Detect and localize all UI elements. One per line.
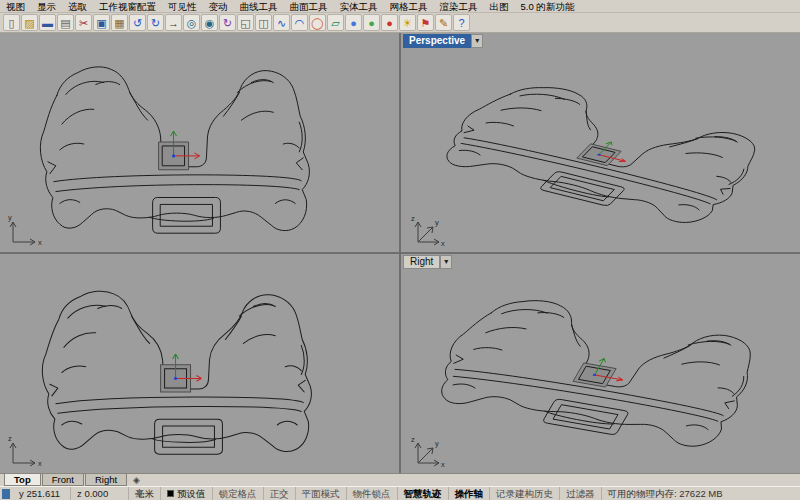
- new-viewport-button[interactable]: ◈: [128, 474, 145, 486]
- axis-indicator-front: x z: [5, 433, 47, 469]
- svg-text:x: x: [441, 460, 445, 469]
- toggle-gumball[interactable]: 操作轴: [449, 487, 491, 500]
- svg-text:z: z: [411, 214, 415, 223]
- status-grip-icon: [2, 489, 10, 499]
- viewport-title-perspective[interactable]: Perspective ▾: [403, 34, 483, 48]
- new-file-button[interactable]: ▯: [3, 14, 20, 31]
- toggle-ortho[interactable]: 正交: [264, 487, 296, 500]
- svg-text:y: y: [435, 439, 439, 448]
- mirror-button[interactable]: ◫: [255, 14, 272, 31]
- svg-text:x: x: [441, 239, 445, 248]
- layer-indicator[interactable]: 预设值: [161, 487, 213, 500]
- copy-button[interactable]: ▣: [93, 14, 110, 31]
- menu-item-render-tools[interactable]: 渲染工具: [434, 0, 484, 13]
- viewport-tab-front[interactable]: Front: [42, 474, 84, 486]
- rectangle-button[interactable]: ▱: [327, 14, 344, 31]
- viewport-tab-top[interactable]: Top: [4, 474, 41, 486]
- svg-text:z: z: [411, 435, 415, 444]
- save-button[interactable]: ▬: [39, 14, 56, 31]
- redo-button[interactable]: ↻: [147, 14, 164, 31]
- arc-button[interactable]: ◠: [291, 14, 308, 31]
- chevron-down-icon[interactable]: ▾: [471, 34, 483, 48]
- menu-item-surface-tools[interactable]: 曲面工具: [284, 0, 334, 13]
- svg-text:z: z: [8, 434, 12, 443]
- wireframe-model-front: [0, 254, 399, 473]
- layer-color-swatch: [167, 490, 174, 497]
- zoom-window-button[interactable]: ◉: [201, 14, 218, 31]
- viewport-title-text: Perspective: [403, 34, 471, 48]
- coordinate-z-readout: z 0.000: [71, 487, 129, 500]
- print-button[interactable]: ▤: [57, 14, 74, 31]
- viewport-front[interactable]: x z: [0, 254, 399, 473]
- menu-item-mesh-tools[interactable]: 网格工具: [384, 0, 434, 13]
- open-file-button[interactable]: ▨: [21, 14, 38, 31]
- toggle-grid-snap[interactable]: 锁定格点: [213, 487, 264, 500]
- menu-item-select[interactable]: 选取: [62, 0, 93, 13]
- scale-button[interactable]: ◱: [237, 14, 254, 31]
- svg-text:x: x: [38, 459, 42, 468]
- cut-button[interactable]: ✂: [75, 14, 92, 31]
- lighting-button[interactable]: ☀: [399, 14, 416, 31]
- flag-button[interactable]: ⚑: [417, 14, 434, 31]
- annotate-button[interactable]: ✎: [435, 14, 452, 31]
- curve-button[interactable]: ∿: [273, 14, 290, 31]
- axis-indicator-perspective: x y z: [406, 212, 448, 248]
- menu-item-display[interactable]: 显示: [31, 0, 62, 13]
- svg-text:y: y: [435, 218, 439, 227]
- menu-item-viewport-layout[interactable]: 工作视窗配置: [93, 0, 162, 13]
- viewport-tabs: TopFrontRight: [4, 474, 128, 486]
- menu-item-view[interactable]: 视图: [0, 0, 31, 13]
- toolbar: ▯▨▬▤✂▣▦↺↻→◎◉↻◱◫∿◠◯▱●●●☀⚑✎?: [0, 13, 800, 33]
- undo-button[interactable]: ↺: [129, 14, 146, 31]
- wireframe-model-right: [401, 254, 800, 473]
- circle-button[interactable]: ◯: [309, 14, 326, 31]
- viewport-grid: x y Perspective ▾ x y z: [0, 33, 800, 473]
- viewport-title-text: Right: [403, 255, 440, 269]
- help-button[interactable]: ?: [453, 14, 470, 31]
- units-indicator[interactable]: 毫米: [129, 487, 161, 500]
- viewport-tab-right[interactable]: Right: [85, 474, 127, 486]
- render-preview-button[interactable]: ●: [381, 14, 398, 31]
- shaded-view-button[interactable]: ●: [345, 14, 362, 31]
- wireframe-model-perspective: [401, 33, 800, 252]
- rotate-view-button[interactable]: ↻: [219, 14, 236, 31]
- viewport-right-view[interactable]: Right ▾ x y z: [401, 254, 800, 473]
- menu-item-solid-tools[interactable]: 实体工具: [334, 0, 384, 13]
- paste-button[interactable]: ▦: [111, 14, 128, 31]
- toggle-record-history[interactable]: 记录建构历史: [490, 487, 560, 500]
- status-toggles: 锁定格点正交平面模式物件锁点智慧轨迹操作轴记录建构历史过滤器: [213, 487, 602, 500]
- menu-item-visibility[interactable]: 可见性: [162, 0, 203, 13]
- axis-indicator-top: x y: [5, 212, 47, 248]
- svg-text:y: y: [8, 213, 12, 222]
- zoom-extents-button[interactable]: ◎: [183, 14, 200, 31]
- viewport-perspective[interactable]: Perspective ▾ x y z: [401, 33, 800, 252]
- move-button[interactable]: →: [165, 14, 182, 31]
- viewport-tab-row: TopFrontRight ◈: [0, 473, 800, 486]
- menu-item-curve-tools[interactable]: 曲线工具: [234, 0, 284, 13]
- menu-bar: 视图显示选取工作视窗配置可见性变动曲线工具曲面工具实体工具网格工具渲染工具出图5…: [0, 0, 800, 13]
- wireframe-model-top: [0, 33, 399, 252]
- menu-item-print[interactable]: 出图: [484, 0, 515, 13]
- render-button[interactable]: ●: [363, 14, 380, 31]
- toggle-osnap[interactable]: 物件锁点: [347, 487, 398, 500]
- menu-item-new-features[interactable]: 5.0 的新功能: [515, 0, 581, 13]
- toggle-filter[interactable]: 过滤器: [560, 487, 602, 500]
- rhino-app-window: 视图显示选取工作视窗配置可见性变动曲线工具曲面工具实体工具网格工具渲染工具出图5…: [0, 0, 800, 500]
- memory-indicator: 可用的物理内存: 27622 MB: [602, 487, 729, 500]
- chevron-down-icon[interactable]: ▾: [440, 255, 452, 269]
- coordinate-y-readout: y 251.611: [13, 487, 71, 500]
- toggle-smarttrack[interactable]: 智慧轨迹: [398, 487, 449, 500]
- axis-indicator-right: x y z: [406, 433, 448, 469]
- menu-item-transform[interactable]: 变动: [203, 0, 234, 13]
- viewport-top[interactable]: x y: [0, 33, 399, 252]
- status-bar: y 251.611 z 0.000 毫米 预设值 锁定格点正交平面模式物件锁点智…: [0, 486, 800, 500]
- svg-text:x: x: [38, 238, 42, 247]
- toggle-planar-mode[interactable]: 平面模式: [296, 487, 347, 500]
- layer-name: 预设值: [177, 487, 206, 500]
- viewport-title-right[interactable]: Right ▾: [403, 255, 452, 269]
